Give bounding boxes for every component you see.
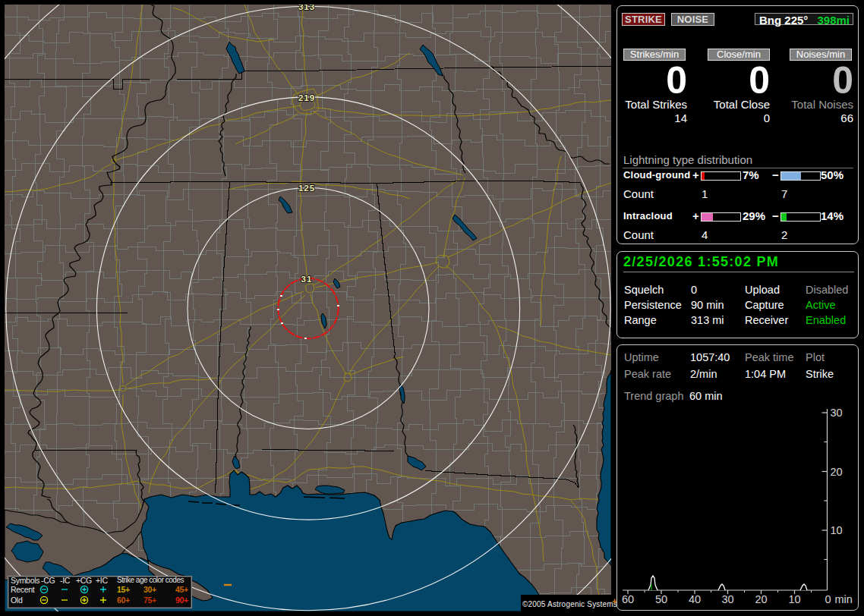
svg-text:125: 125 (298, 184, 315, 193)
svg-text:10: 10 (788, 593, 800, 605)
svg-text:50: 50 (655, 593, 667, 605)
svg-text:20: 20 (831, 466, 843, 478)
svg-text:20: 20 (755, 593, 767, 605)
svg-text:30: 30 (831, 407, 843, 419)
svg-text:313: 313 (298, 2, 315, 11)
svg-text:60: 60 (622, 593, 634, 605)
svg-text:min: min (835, 593, 853, 605)
svg-text:30: 30 (721, 593, 733, 605)
svg-text:40: 40 (689, 593, 701, 605)
svg-text:10: 10 (831, 524, 843, 536)
svg-text:0: 0 (825, 593, 831, 605)
svg-text:31: 31 (301, 275, 313, 284)
svg-text:219: 219 (298, 93, 315, 102)
